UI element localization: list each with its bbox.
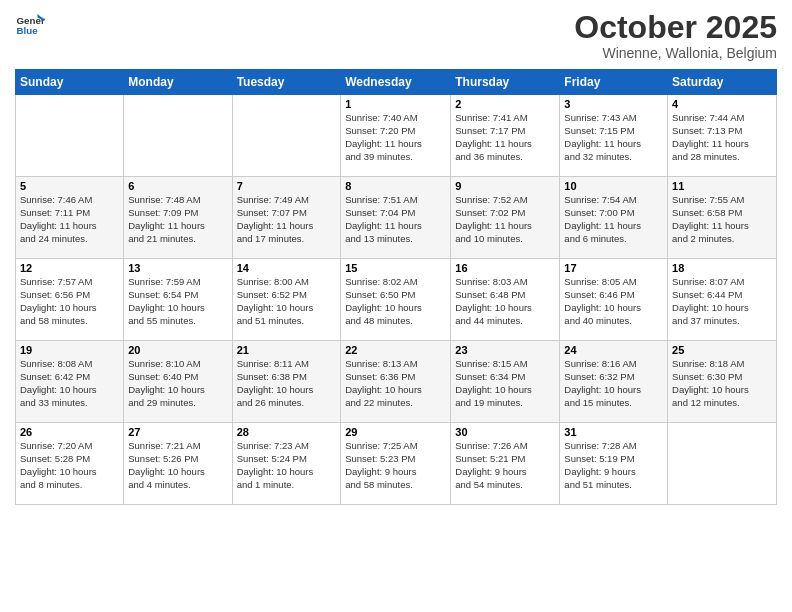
col-saturday: Saturday [668, 70, 777, 95]
day-number: 24 [564, 344, 663, 356]
day-number: 11 [672, 180, 772, 192]
calendar-week-2: 5Sunrise: 7:46 AM Sunset: 7:11 PM Daylig… [16, 177, 777, 259]
calendar-cell: 22Sunrise: 8:13 AM Sunset: 6:36 PM Dayli… [341, 341, 451, 423]
day-number: 7 [237, 180, 337, 192]
day-number: 17 [564, 262, 663, 274]
calendar-cell: 23Sunrise: 8:15 AM Sunset: 6:34 PM Dayli… [451, 341, 560, 423]
calendar-cell: 10Sunrise: 7:54 AM Sunset: 7:00 PM Dayli… [560, 177, 668, 259]
calendar-cell: 4Sunrise: 7:44 AM Sunset: 7:13 PM Daylig… [668, 95, 777, 177]
calendar-cell: 31Sunrise: 7:28 AM Sunset: 5:19 PM Dayli… [560, 423, 668, 505]
title-block: October 2025 Winenne, Wallonia, Belgium [574, 10, 777, 61]
day-number: 5 [20, 180, 119, 192]
day-info: Sunrise: 7:48 AM Sunset: 7:09 PM Dayligh… [128, 194, 227, 245]
calendar-cell: 3Sunrise: 7:43 AM Sunset: 7:15 PM Daylig… [560, 95, 668, 177]
day-info: Sunrise: 7:23 AM Sunset: 5:24 PM Dayligh… [237, 440, 337, 491]
logo: General Blue [15, 10, 45, 40]
calendar-week-3: 12Sunrise: 7:57 AM Sunset: 6:56 PM Dayli… [16, 259, 777, 341]
calendar-body: 1Sunrise: 7:40 AM Sunset: 7:20 PM Daylig… [16, 95, 777, 505]
day-info: Sunrise: 8:18 AM Sunset: 6:30 PM Dayligh… [672, 358, 772, 409]
calendar-cell: 15Sunrise: 8:02 AM Sunset: 6:50 PM Dayli… [341, 259, 451, 341]
calendar-cell: 7Sunrise: 7:49 AM Sunset: 7:07 PM Daylig… [232, 177, 341, 259]
day-number: 31 [564, 426, 663, 438]
calendar-cell: 6Sunrise: 7:48 AM Sunset: 7:09 PM Daylig… [124, 177, 232, 259]
col-thursday: Thursday [451, 70, 560, 95]
day-info: Sunrise: 8:02 AM Sunset: 6:50 PM Dayligh… [345, 276, 446, 327]
calendar-week-1: 1Sunrise: 7:40 AM Sunset: 7:20 PM Daylig… [16, 95, 777, 177]
calendar-week-4: 19Sunrise: 8:08 AM Sunset: 6:42 PM Dayli… [16, 341, 777, 423]
day-number: 3 [564, 98, 663, 110]
calendar-cell [16, 95, 124, 177]
day-number: 9 [455, 180, 555, 192]
day-info: Sunrise: 7:55 AM Sunset: 6:58 PM Dayligh… [672, 194, 772, 245]
header: General Blue October 2025 Winenne, Wallo… [15, 10, 777, 61]
day-number: 14 [237, 262, 337, 274]
day-info: Sunrise: 8:00 AM Sunset: 6:52 PM Dayligh… [237, 276, 337, 327]
calendar-header: Sunday Monday Tuesday Wednesday Thursday… [16, 70, 777, 95]
calendar-cell: 18Sunrise: 8:07 AM Sunset: 6:44 PM Dayli… [668, 259, 777, 341]
day-info: Sunrise: 8:11 AM Sunset: 6:38 PM Dayligh… [237, 358, 337, 409]
day-info: Sunrise: 7:21 AM Sunset: 5:26 PM Dayligh… [128, 440, 227, 491]
calendar-cell: 14Sunrise: 8:00 AM Sunset: 6:52 PM Dayli… [232, 259, 341, 341]
day-info: Sunrise: 8:15 AM Sunset: 6:34 PM Dayligh… [455, 358, 555, 409]
day-number: 12 [20, 262, 119, 274]
day-info: Sunrise: 7:43 AM Sunset: 7:15 PM Dayligh… [564, 112, 663, 163]
day-number: 21 [237, 344, 337, 356]
location-subtitle: Winenne, Wallonia, Belgium [574, 45, 777, 61]
day-info: Sunrise: 8:10 AM Sunset: 6:40 PM Dayligh… [128, 358, 227, 409]
day-number: 1 [345, 98, 446, 110]
calendar-cell: 30Sunrise: 7:26 AM Sunset: 5:21 PM Dayli… [451, 423, 560, 505]
calendar-cell [232, 95, 341, 177]
calendar-cell: 8Sunrise: 7:51 AM Sunset: 7:04 PM Daylig… [341, 177, 451, 259]
calendar-cell [124, 95, 232, 177]
calendar-cell: 16Sunrise: 8:03 AM Sunset: 6:48 PM Dayli… [451, 259, 560, 341]
day-info: Sunrise: 7:40 AM Sunset: 7:20 PM Dayligh… [345, 112, 446, 163]
month-title: October 2025 [574, 10, 777, 45]
day-info: Sunrise: 8:03 AM Sunset: 6:48 PM Dayligh… [455, 276, 555, 327]
day-number: 27 [128, 426, 227, 438]
col-sunday: Sunday [16, 70, 124, 95]
day-number: 29 [345, 426, 446, 438]
day-info: Sunrise: 8:05 AM Sunset: 6:46 PM Dayligh… [564, 276, 663, 327]
day-info: Sunrise: 7:41 AM Sunset: 7:17 PM Dayligh… [455, 112, 555, 163]
calendar-cell: 17Sunrise: 8:05 AM Sunset: 6:46 PM Dayli… [560, 259, 668, 341]
day-info: Sunrise: 7:44 AM Sunset: 7:13 PM Dayligh… [672, 112, 772, 163]
day-number: 28 [237, 426, 337, 438]
col-friday: Friday [560, 70, 668, 95]
day-number: 22 [345, 344, 446, 356]
calendar-cell: 12Sunrise: 7:57 AM Sunset: 6:56 PM Dayli… [16, 259, 124, 341]
calendar-cell: 9Sunrise: 7:52 AM Sunset: 7:02 PM Daylig… [451, 177, 560, 259]
day-number: 2 [455, 98, 555, 110]
day-info: Sunrise: 7:52 AM Sunset: 7:02 PM Dayligh… [455, 194, 555, 245]
day-info: Sunrise: 8:13 AM Sunset: 6:36 PM Dayligh… [345, 358, 446, 409]
day-info: Sunrise: 8:08 AM Sunset: 6:42 PM Dayligh… [20, 358, 119, 409]
calendar-cell: 5Sunrise: 7:46 AM Sunset: 7:11 PM Daylig… [16, 177, 124, 259]
day-info: Sunrise: 7:59 AM Sunset: 6:54 PM Dayligh… [128, 276, 227, 327]
day-info: Sunrise: 7:25 AM Sunset: 5:23 PM Dayligh… [345, 440, 446, 491]
logo-icon: General Blue [15, 10, 45, 40]
day-number: 25 [672, 344, 772, 356]
calendar-cell [668, 423, 777, 505]
day-number: 30 [455, 426, 555, 438]
day-number: 26 [20, 426, 119, 438]
calendar-cell: 13Sunrise: 7:59 AM Sunset: 6:54 PM Dayli… [124, 259, 232, 341]
calendar-week-5: 26Sunrise: 7:20 AM Sunset: 5:28 PM Dayli… [16, 423, 777, 505]
day-number: 20 [128, 344, 227, 356]
calendar-cell: 28Sunrise: 7:23 AM Sunset: 5:24 PM Dayli… [232, 423, 341, 505]
day-info: Sunrise: 7:49 AM Sunset: 7:07 PM Dayligh… [237, 194, 337, 245]
day-number: 10 [564, 180, 663, 192]
day-number: 15 [345, 262, 446, 274]
day-info: Sunrise: 7:26 AM Sunset: 5:21 PM Dayligh… [455, 440, 555, 491]
calendar-cell: 2Sunrise: 7:41 AM Sunset: 7:17 PM Daylig… [451, 95, 560, 177]
calendar-cell: 26Sunrise: 7:20 AM Sunset: 5:28 PM Dayli… [16, 423, 124, 505]
calendar-cell: 24Sunrise: 8:16 AM Sunset: 6:32 PM Dayli… [560, 341, 668, 423]
col-tuesday: Tuesday [232, 70, 341, 95]
calendar-cell: 27Sunrise: 7:21 AM Sunset: 5:26 PM Dayli… [124, 423, 232, 505]
day-number: 23 [455, 344, 555, 356]
calendar-cell: 1Sunrise: 7:40 AM Sunset: 7:20 PM Daylig… [341, 95, 451, 177]
svg-text:Blue: Blue [17, 25, 39, 36]
calendar-cell: 25Sunrise: 8:18 AM Sunset: 6:30 PM Dayli… [668, 341, 777, 423]
col-monday: Monday [124, 70, 232, 95]
day-info: Sunrise: 7:20 AM Sunset: 5:28 PM Dayligh… [20, 440, 119, 491]
col-wednesday: Wednesday [341, 70, 451, 95]
day-info: Sunrise: 7:54 AM Sunset: 7:00 PM Dayligh… [564, 194, 663, 245]
